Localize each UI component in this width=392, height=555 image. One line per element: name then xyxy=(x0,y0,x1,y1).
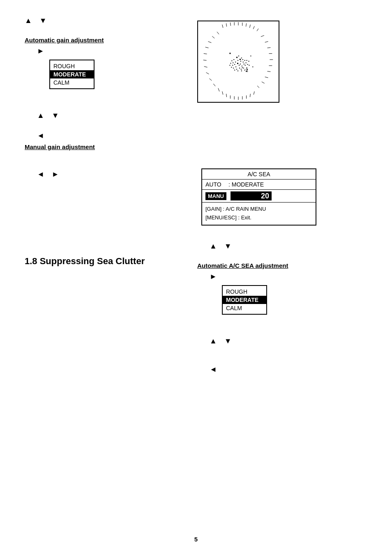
up-arrow-2-icon: ▲ xyxy=(37,111,44,120)
auto-gain-heading: Automatic gain adjustment xyxy=(25,37,197,44)
svg-rect-41 xyxy=(236,57,238,58)
svg-rect-52 xyxy=(244,60,245,61)
down-arrow-2-icon: ▼ xyxy=(52,111,59,120)
svg-rect-47 xyxy=(242,59,243,60)
manu-bar: 20 xyxy=(231,191,272,200)
footer-line-2: [MENU/ESC] : Exit. xyxy=(205,214,312,222)
section-18-heading: 1.8 Suppressing Sea Clutter xyxy=(25,256,197,267)
svg-rect-45 xyxy=(238,60,238,61)
arrow-left-2: ◄ xyxy=(210,365,370,374)
svg-rect-46 xyxy=(240,61,241,62)
ac-sea-manu-row: MANU 20 xyxy=(202,190,316,203)
svg-rect-60 xyxy=(231,60,232,61)
page: ▲ ▼ Automatic gain adjustment ► ROUGH MO… xyxy=(0,0,392,555)
down-arrow-br-icon: ▼ xyxy=(224,337,232,345)
right-column: 2 A/C SEA AUTO : MODERATE MANU 20 xyxy=(197,16,370,377)
menu-item-moderate-2: MODERATE xyxy=(223,296,266,304)
svg-rect-0 xyxy=(198,21,279,102)
top-arrows-left: ▲ ▼ xyxy=(25,16,197,25)
page-number: 5 xyxy=(194,536,198,543)
arrow-right-1: ► xyxy=(37,47,197,55)
manual-gain-heading: Manual gain adjustment xyxy=(25,143,197,150)
menu-item-calm-1: CALM xyxy=(50,78,94,87)
svg-rect-63 xyxy=(242,67,243,68)
svg-rect-73 xyxy=(249,61,249,62)
svg-rect-65 xyxy=(247,60,247,61)
auto-value: : MODERATE xyxy=(228,181,264,188)
auto-ac-sea-heading: Automatic A/C SEA adjustment xyxy=(197,262,370,269)
ac-sea-panel: A/C SEA AUTO : MODERATE MANU 20 [GAIN] :… xyxy=(201,168,316,226)
up-arrow-r-icon: ▲ xyxy=(210,242,217,251)
svg-rect-75 xyxy=(229,65,230,66)
arrows-top-right: ▲ ▼ xyxy=(210,242,370,251)
svg-rect-82 xyxy=(229,53,231,54)
arrow-right-2: ► xyxy=(210,272,370,281)
svg-rect-59 xyxy=(233,62,233,63)
right-arrow-3-icon: ► xyxy=(52,170,59,179)
left-column: ▲ ▼ Automatic gain adjustment ► ROUGH MO… xyxy=(25,16,197,275)
svg-rect-62 xyxy=(239,68,240,69)
svg-rect-68 xyxy=(233,68,234,69)
svg-rect-64 xyxy=(245,65,246,66)
manu-badge: MANU xyxy=(205,192,226,200)
svg-rect-54 xyxy=(234,64,235,65)
svg-rect-57 xyxy=(244,64,244,64)
left-arrow-3-icon: ◄ xyxy=(37,170,44,179)
menu-item-rough-2: ROUGH xyxy=(223,288,266,296)
arrows-bottom-right: ▲ ▼ xyxy=(210,337,370,345)
svg-rect-81 xyxy=(249,65,249,66)
svg-rect-79 xyxy=(244,70,245,71)
svg-rect-50 xyxy=(240,64,241,64)
ac-sea-title: A/C SEA xyxy=(202,169,316,180)
ac-sea-auto-row: AUTO : MODERATE xyxy=(202,180,316,190)
down-arrow-r-icon: ▼ xyxy=(224,242,232,251)
footer-line-1: [GAIN] : A/C RAIN MENU xyxy=(205,205,312,214)
svg-rect-55 xyxy=(239,65,240,66)
svg-rect-84 xyxy=(252,67,253,67)
svg-rect-66 xyxy=(232,65,233,66)
svg-rect-42 xyxy=(238,55,239,56)
ac-sea-panel-container: A/C SEA AUTO : MODERATE MANU 20 [GAIN] :… xyxy=(197,168,370,226)
svg-text:2: 2 xyxy=(246,68,248,73)
arrows-3-left: ◄ ► xyxy=(37,170,197,179)
svg-rect-44 xyxy=(240,59,241,60)
svg-rect-70 xyxy=(241,69,242,70)
svg-rect-56 xyxy=(242,66,242,67)
svg-rect-69 xyxy=(236,69,237,70)
svg-rect-43 xyxy=(241,58,242,58)
svg-rect-76 xyxy=(234,70,235,71)
down-arrow-icon: ▼ xyxy=(39,16,47,25)
arrow-left-1: ◄ xyxy=(37,131,197,140)
svg-rect-49 xyxy=(237,63,238,64)
svg-rect-48 xyxy=(235,62,236,62)
auto-label: AUTO xyxy=(205,181,226,188)
svg-rect-78 xyxy=(241,71,242,71)
svg-rect-67 xyxy=(230,63,231,64)
svg-rect-61 xyxy=(235,67,236,67)
svg-rect-71 xyxy=(243,68,244,69)
svg-rect-77 xyxy=(238,71,238,71)
radar-display: 2 xyxy=(197,21,279,103)
up-arrow-br-icon: ▲ xyxy=(210,337,217,345)
svg-rect-74 xyxy=(231,67,232,68)
svg-rect-83 xyxy=(250,55,251,56)
menu-item-calm-2: CALM xyxy=(223,304,266,312)
arrows-2-left: ▲ ▼ xyxy=(37,111,197,120)
ac-sea-footer: [GAIN] : A/C RAIN MENU [MENU/ESC] : Exit… xyxy=(202,203,316,225)
ac-sea-menu-box: ROUGH MODERATE CALM xyxy=(222,285,267,315)
menu-item-rough-1: ROUGH xyxy=(50,62,94,70)
manu-number: 20 xyxy=(261,192,269,200)
gain-menu-box: ROUGH MODERATE CALM xyxy=(49,60,95,89)
svg-rect-72 xyxy=(247,64,248,65)
svg-rect-53 xyxy=(233,59,234,60)
up-arrow-icon: ▲ xyxy=(25,16,32,25)
menu-item-moderate-1: MODERATE xyxy=(50,70,94,78)
svg-rect-51 xyxy=(243,62,244,62)
svg-rect-58 xyxy=(246,62,247,63)
